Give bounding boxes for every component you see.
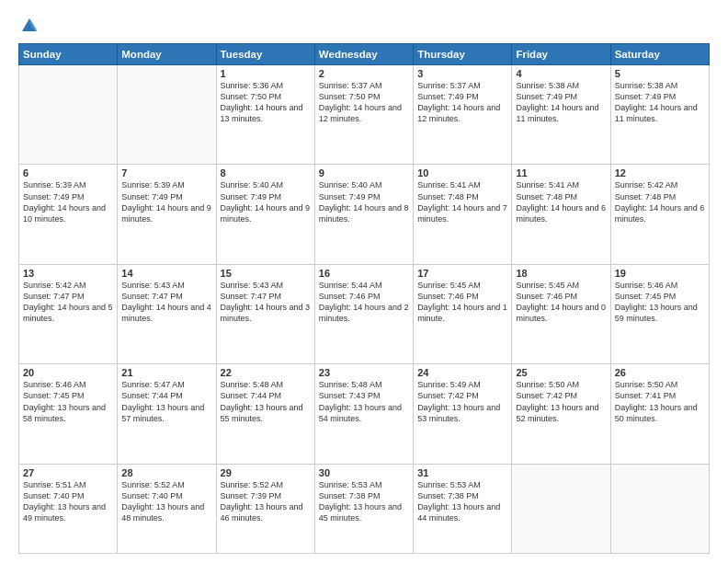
- day-info: Sunrise: 5:48 AMSunset: 7:43 PMDaylight:…: [319, 379, 409, 424]
- day-info: Sunrise: 5:46 AMSunset: 7:45 PMDaylight:…: [23, 379, 113, 424]
- page: SundayMondayTuesdayWednesdayThursdayFrid…: [0, 0, 728, 563]
- day-number: 21: [121, 367, 211, 378]
- day-number: 19: [615, 268, 705, 279]
- day-number: 26: [615, 367, 705, 378]
- day-number: 23: [319, 367, 409, 378]
- calendar-cell: 19Sunrise: 5:46 AMSunset: 7:45 PMDayligh…: [610, 264, 709, 363]
- day-number: 11: [516, 167, 606, 178]
- day-number: 1: [221, 68, 311, 79]
- day-info: Sunrise: 5:37 AMSunset: 7:50 PMDaylight:…: [319, 80, 409, 125]
- calendar-cell: 8Sunrise: 5:40 AMSunset: 7:49 PMDaylight…: [216, 165, 314, 264]
- col-header-thursday: Thursday: [414, 44, 512, 65]
- calendar-cell: 1Sunrise: 5:36 AMSunset: 7:50 PMDaylight…: [216, 65, 314, 165]
- day-info: Sunrise: 5:37 AMSunset: 7:49 PMDaylight:…: [417, 80, 507, 125]
- day-number: 13: [23, 268, 113, 279]
- day-info: Sunrise: 5:41 AMSunset: 7:48 PMDaylight:…: [417, 179, 507, 224]
- col-header-tuesday: Tuesday: [216, 44, 314, 65]
- day-info: Sunrise: 5:43 AMSunset: 7:47 PMDaylight:…: [221, 280, 311, 325]
- day-number: 8: [221, 167, 311, 178]
- day-number: 7: [121, 167, 211, 178]
- header: [18, 15, 710, 38]
- day-number: 9: [319, 167, 409, 178]
- day-info: Sunrise: 5:52 AMSunset: 7:40 PMDaylight:…: [121, 479, 211, 524]
- day-number: 30: [319, 467, 409, 478]
- calendar-cell: 11Sunrise: 5:41 AMSunset: 7:48 PMDayligh…: [512, 165, 610, 264]
- day-number: 22: [221, 367, 311, 378]
- day-info: Sunrise: 5:36 AMSunset: 7:50 PMDaylight:…: [221, 80, 311, 125]
- calendar-cell: [19, 65, 118, 165]
- day-info: Sunrise: 5:39 AMSunset: 7:49 PMDaylight:…: [23, 179, 113, 224]
- calendar-cell: 18Sunrise: 5:45 AMSunset: 7:46 PMDayligh…: [512, 264, 610, 363]
- calendar-table: SundayMondayTuesdayWednesdayThursdayFrid…: [18, 43, 710, 554]
- day-info: Sunrise: 5:49 AMSunset: 7:42 PMDaylight:…: [417, 379, 507, 424]
- day-number: 10: [417, 167, 507, 178]
- day-info: Sunrise: 5:44 AMSunset: 7:46 PMDaylight:…: [319, 280, 409, 325]
- day-number: 2: [319, 68, 409, 79]
- day-number: 24: [417, 367, 507, 378]
- day-info: Sunrise: 5:42 AMSunset: 7:48 PMDaylight:…: [615, 179, 705, 224]
- day-info: Sunrise: 5:45 AMSunset: 7:46 PMDaylight:…: [516, 280, 606, 325]
- calendar-cell: [118, 65, 216, 165]
- calendar-cell: 26Sunrise: 5:50 AMSunset: 7:41 PMDayligh…: [610, 364, 709, 464]
- day-info: Sunrise: 5:46 AMSunset: 7:45 PMDaylight:…: [615, 280, 705, 325]
- day-number: 14: [121, 268, 211, 279]
- day-number: 31: [417, 467, 507, 478]
- day-number: 17: [417, 268, 507, 279]
- calendar-cell: 28Sunrise: 5:52 AMSunset: 7:40 PMDayligh…: [118, 464, 216, 553]
- day-info: Sunrise: 5:41 AMSunset: 7:48 PMDaylight:…: [516, 179, 606, 224]
- day-number: 6: [23, 167, 113, 178]
- calendar-cell: 20Sunrise: 5:46 AMSunset: 7:45 PMDayligh…: [19, 364, 118, 464]
- calendar-cell: 14Sunrise: 5:43 AMSunset: 7:47 PMDayligh…: [118, 264, 216, 363]
- day-number: 25: [516, 367, 606, 378]
- calendar-cell: 25Sunrise: 5:50 AMSunset: 7:42 PMDayligh…: [512, 364, 610, 464]
- day-info: Sunrise: 5:38 AMSunset: 7:49 PMDaylight:…: [615, 80, 705, 125]
- calendar-cell: 2Sunrise: 5:37 AMSunset: 7:50 PMDaylight…: [314, 65, 413, 165]
- day-number: 16: [319, 268, 409, 279]
- day-info: Sunrise: 5:48 AMSunset: 7:44 PMDaylight:…: [221, 379, 311, 424]
- col-header-monday: Monday: [118, 44, 216, 65]
- day-info: Sunrise: 5:52 AMSunset: 7:39 PMDaylight:…: [221, 479, 311, 524]
- day-number: 29: [221, 467, 311, 478]
- logo-wordmark: [18, 15, 39, 38]
- day-number: 3: [417, 68, 507, 79]
- calendar-cell: 5Sunrise: 5:38 AMSunset: 7:49 PMDaylight…: [610, 65, 709, 165]
- day-number: 18: [516, 268, 606, 279]
- calendar-cell: 9Sunrise: 5:40 AMSunset: 7:49 PMDaylight…: [314, 165, 413, 264]
- col-header-friday: Friday: [512, 44, 610, 65]
- col-header-sunday: Sunday: [19, 44, 118, 65]
- day-info: Sunrise: 5:38 AMSunset: 7:49 PMDaylight:…: [516, 80, 606, 125]
- day-number: 27: [23, 467, 113, 478]
- day-number: 12: [615, 167, 705, 178]
- day-info: Sunrise: 5:42 AMSunset: 7:47 PMDaylight:…: [23, 280, 113, 325]
- calendar-cell: 29Sunrise: 5:52 AMSunset: 7:39 PMDayligh…: [216, 464, 314, 553]
- calendar-cell: 12Sunrise: 5:42 AMSunset: 7:48 PMDayligh…: [610, 165, 709, 264]
- calendar-cell: 22Sunrise: 5:48 AMSunset: 7:44 PMDayligh…: [216, 364, 314, 464]
- day-number: 5: [615, 68, 705, 79]
- day-info: Sunrise: 5:53 AMSunset: 7:38 PMDaylight:…: [417, 479, 507, 524]
- day-info: Sunrise: 5:51 AMSunset: 7:40 PMDaylight:…: [23, 479, 113, 524]
- calendar-cell: 7Sunrise: 5:39 AMSunset: 7:49 PMDaylight…: [118, 165, 216, 264]
- calendar-cell: 27Sunrise: 5:51 AMSunset: 7:40 PMDayligh…: [19, 464, 118, 553]
- day-number: 28: [121, 467, 211, 478]
- day-info: Sunrise: 5:50 AMSunset: 7:41 PMDaylight:…: [615, 379, 705, 424]
- day-info: Sunrise: 5:43 AMSunset: 7:47 PMDaylight:…: [121, 280, 211, 325]
- calendar-cell: 4Sunrise: 5:38 AMSunset: 7:49 PMDaylight…: [512, 65, 610, 165]
- logo: [18, 15, 39, 38]
- calendar-cell: 10Sunrise: 5:41 AMSunset: 7:48 PMDayligh…: [414, 165, 512, 264]
- calendar-cell: 24Sunrise: 5:49 AMSunset: 7:42 PMDayligh…: [414, 364, 512, 464]
- calendar-cell: 6Sunrise: 5:39 AMSunset: 7:49 PMDaylight…: [19, 165, 118, 264]
- calendar-cell: 31Sunrise: 5:53 AMSunset: 7:38 PMDayligh…: [414, 464, 512, 553]
- calendar-cell: 21Sunrise: 5:47 AMSunset: 7:44 PMDayligh…: [118, 364, 216, 464]
- day-info: Sunrise: 5:45 AMSunset: 7:46 PMDaylight:…: [417, 280, 507, 325]
- day-number: 15: [221, 268, 311, 279]
- calendar-cell: 3Sunrise: 5:37 AMSunset: 7:49 PMDaylight…: [414, 65, 512, 165]
- day-number: 20: [23, 367, 113, 378]
- calendar-cell: 16Sunrise: 5:44 AMSunset: 7:46 PMDayligh…: [314, 264, 413, 363]
- calendar-cell: 15Sunrise: 5:43 AMSunset: 7:47 PMDayligh…: [216, 264, 314, 363]
- logo-icon: [20, 15, 39, 33]
- calendar-cell: 13Sunrise: 5:42 AMSunset: 7:47 PMDayligh…: [19, 264, 118, 363]
- day-info: Sunrise: 5:47 AMSunset: 7:44 PMDaylight:…: [121, 379, 211, 424]
- day-info: Sunrise: 5:40 AMSunset: 7:49 PMDaylight:…: [221, 179, 311, 224]
- col-header-wednesday: Wednesday: [314, 44, 413, 65]
- col-header-saturday: Saturday: [610, 44, 709, 65]
